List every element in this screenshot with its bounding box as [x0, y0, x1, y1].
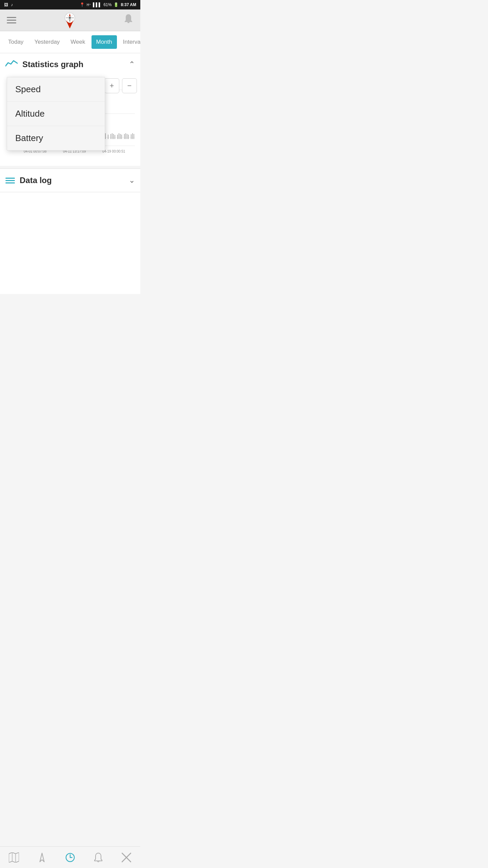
tab-interval[interactable]: Interval [118, 35, 140, 49]
svg-rect-86 [132, 133, 133, 139]
data-log-section: Data log ⌄ [0, 169, 140, 192]
top-nav-bar [0, 9, 140, 31]
image-icon: 🖼 [4, 2, 8, 7]
dropdown-item-speed[interactable]: Speed [7, 77, 105, 102]
svg-rect-74 [112, 133, 113, 139]
chart-controls: + − [104, 78, 137, 93]
svg-rect-81 [124, 134, 125, 139]
svg-rect-84 [128, 135, 129, 139]
zoom-in-button[interactable]: + [104, 78, 119, 93]
music-icon: ♪ [11, 2, 13, 7]
status-left-icons: 🖼 ♪ [4, 2, 13, 7]
svg-rect-72 [108, 135, 108, 139]
svg-point-7 [69, 17, 71, 19]
svg-rect-79 [120, 134, 121, 139]
data-log-title: Data log [20, 176, 124, 185]
location-icon: 📍 [80, 2, 85, 7]
status-bar: 🖼 ♪ 📍 H⁺ ▌▌▌ 61% 🔋 8:37 AM [0, 0, 140, 9]
data-log-lines-icon [5, 178, 15, 183]
dropdown-item-altitude[interactable]: Altitude [7, 102, 105, 126]
signal-icon: ▌▌▌ [93, 2, 102, 7]
chart-line-icon [5, 59, 18, 70]
tab-bar: Today Yesterday Week Month Interval [0, 31, 140, 53]
chart-area: Speed Altitude Battery + − 83 kph 41 kph… [0, 76, 140, 166]
svg-rect-75 [113, 134, 114, 139]
svg-rect-82 [125, 133, 126, 139]
metric-dropdown: Speed Altitude Battery [7, 77, 105, 151]
statistics-title: Statistics graph [22, 60, 124, 69]
svg-rect-78 [119, 133, 119, 139]
app-logo [63, 12, 77, 28]
tab-month[interactable]: Month [92, 35, 117, 49]
svg-rect-80 [121, 135, 122, 139]
status-right-icons: 📍 H⁺ ▌▌▌ 61% 🔋 8:37 AM [80, 2, 136, 7]
svg-rect-71 [105, 133, 106, 139]
svg-rect-87 [134, 134, 134, 139]
logo-pin-icon [63, 12, 77, 28]
svg-rect-83 [127, 134, 127, 139]
dropdown-item-battery[interactable]: Battery [7, 126, 105, 150]
battery-icon: 🔋 [114, 2, 119, 7]
notification-bell-icon[interactable] [123, 14, 134, 27]
statistics-chevron-icon: ⌃ [129, 60, 135, 69]
tab-week[interactable]: Week [66, 35, 90, 49]
zoom-out-button[interactable]: − [122, 78, 137, 93]
hplus-icon: H⁺ [87, 3, 91, 7]
tab-today[interactable]: Today [3, 35, 28, 49]
svg-rect-76 [115, 135, 115, 139]
svg-rect-77 [117, 135, 118, 139]
svg-rect-85 [131, 134, 131, 139]
svg-rect-73 [110, 134, 111, 139]
empty-content-area [0, 192, 140, 294]
tab-yesterday[interactable]: Yesterday [29, 35, 64, 49]
statistics-section-header[interactable]: Statistics graph ⌃ [0, 53, 140, 76]
x-label-3: 04-19 00:00:51 [102, 150, 125, 153]
data-log-header[interactable]: Data log ⌄ [0, 169, 140, 192]
time-display: 8:37 AM [121, 2, 136, 7]
battery-percent: 61% [103, 2, 111, 7]
hamburger-menu[interactable] [7, 17, 16, 23]
data-log-chevron-icon: ⌄ [129, 176, 135, 185]
svg-rect-8 [127, 22, 129, 23]
